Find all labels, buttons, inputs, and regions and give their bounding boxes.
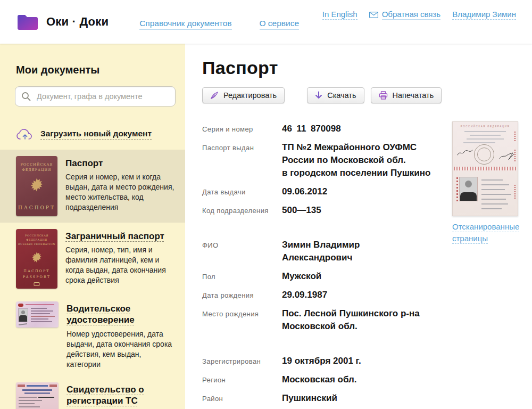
header: Оки · Доки Справочник документов О серви… xyxy=(0,0,532,44)
vehicle-registration-thumbnail xyxy=(16,382,59,409)
sidebar: Мои документы Загрузить новый документ Р… xyxy=(0,44,185,409)
drivers-license-thumbnail xyxy=(16,301,59,370)
download-button[interactable]: Скачать xyxy=(307,87,364,103)
printer-icon xyxy=(379,91,388,100)
search-icon xyxy=(21,92,31,101)
signature-mark xyxy=(457,149,473,157)
document-list: РОССИЙСКАЯФЕДЕРАЦИЯПАСПОРТПаспортСерия и… xyxy=(0,150,185,409)
document-description: Серия, номер, тип, имя и фамилия латиниц… xyxy=(65,245,177,285)
field-value: 19 октября 2001 г. xyxy=(282,355,361,367)
field-value: 29.09.1987 xyxy=(282,289,327,301)
feedback-link[interactable]: Обратная связь xyxy=(369,10,441,20)
folder-logo-icon xyxy=(16,12,39,31)
document-title-link[interactable]: Свидетельство о регистрации ТС xyxy=(66,385,144,406)
field-row: Дата рождения29.09.1987 xyxy=(202,289,532,301)
language-switch-link[interactable]: In English xyxy=(322,10,358,20)
field-group: Зарегистрирован19 октября 2001 г.РегионМ… xyxy=(202,355,532,409)
field-value: Московская обл. xyxy=(282,373,357,386)
sidebar-document-item[interactable]: Свидетельство о регистрации ТССерия и но… xyxy=(0,376,185,409)
nav-about-service[interactable]: О сервисе xyxy=(260,19,300,30)
field-value: Пос. Лесной Пушкинского р-на Московской … xyxy=(282,307,420,333)
search-input[interactable] xyxy=(15,86,176,107)
intl-passport-cover-thumbnail: РОССИЙСКАЯ ФЕДЕРАЦИЯRUSSIAN FEDERATIONПА… xyxy=(16,229,57,289)
field-label: Код подразделения xyxy=(202,204,282,217)
user-menu-link[interactable]: Владимир Зимин xyxy=(452,10,516,20)
field-group: ФИОЗимин Владимир АлександровичПолМужско… xyxy=(202,239,532,333)
field-value: Мужской xyxy=(282,270,321,283)
field-label: Зарегистрирован xyxy=(202,355,282,367)
field-label: Серия и номер xyxy=(202,122,282,135)
main-nav: Справочник документов О сервисе xyxy=(139,19,299,30)
field-value: 09.06.2012 xyxy=(282,185,327,198)
document-description: Номер удостоверения, дата выдачи, дата о… xyxy=(66,329,177,370)
field-row: ПолМужской xyxy=(202,270,532,283)
envelope-icon xyxy=(369,12,378,18)
field-label: Регион xyxy=(202,373,282,386)
main-content: Паспорт Редактировать Скачать xyxy=(185,44,532,409)
field-label: Район xyxy=(202,392,282,405)
field-row: Зарегистрирован19 октября 2001 г. xyxy=(202,355,532,367)
sidebar-document-item[interactable]: РОССИЙСКАЯ ФЕДЕРАЦИЯRUSSIAN FEDERATIONПА… xyxy=(0,223,185,295)
user-nav: In English Обратная связь Владимир Зимин xyxy=(322,10,516,20)
field-label: Дата рождения xyxy=(202,289,282,301)
upload-document-link[interactable]: Загрузить новый документ xyxy=(16,128,169,141)
field-value: ТП №2 Межрайонного ОУФМС России по Моско… xyxy=(282,141,430,179)
field-label: Паспорт выдан xyxy=(202,141,282,179)
edit-button[interactable]: Редактировать xyxy=(202,87,285,103)
nav-document-directory[interactable]: Справочник документов xyxy=(139,19,231,30)
field-row: Место рожденияПос. Лесной Пушкинского р-… xyxy=(202,307,532,333)
toolbar: Редактировать Скачать На xyxy=(202,87,532,103)
field-value: Пушкинский xyxy=(282,392,337,405)
download-arrow-icon xyxy=(315,91,322,100)
field-label: ФИО xyxy=(202,239,282,264)
document-title-link[interactable]: Паспорт xyxy=(65,158,103,168)
scan-panel: РОССИЙСКАЯ ФЕДЕРАЦИЯ Отсканированные ст xyxy=(452,121,518,244)
field-value: Зимин Владимир Александрович xyxy=(282,239,360,264)
sidebar-title: Мои документы xyxy=(16,64,169,76)
field-label: Пол xyxy=(202,270,282,283)
field-value: 500—135 xyxy=(282,204,321,217)
passport-cover-thumbnail: РОССИЙСКАЯФЕДЕРАЦИЯПАСПОРТ xyxy=(16,156,57,216)
document-title-link[interactable]: Заграничный паспорт xyxy=(65,231,164,241)
cloud-upload-icon xyxy=(16,128,34,141)
page-title: Паспорт xyxy=(202,58,532,78)
field-row: РайонПушкинский xyxy=(202,392,532,405)
document-description: Серия и номер, кем и когда выдан, дата и… xyxy=(65,172,177,212)
pen-icon xyxy=(210,91,219,100)
field-value: 46 11 870098 xyxy=(282,122,341,135)
document-title-link[interactable]: Водительское удостоверение xyxy=(66,304,135,325)
sidebar-document-item[interactable]: РОССИЙСКАЯФЕДЕРАЦИЯПАСПОРТПаспортСерия и… xyxy=(0,150,185,223)
official-seal-mark xyxy=(474,144,494,165)
print-button[interactable]: Напечатать xyxy=(371,87,442,103)
field-row: РегионМосковская обл. xyxy=(202,373,532,386)
logo[interactable]: Оки · Доки xyxy=(16,12,109,31)
brand-name: Оки · Доки xyxy=(46,15,109,29)
signature-mark xyxy=(498,152,516,160)
passport-scan-thumbnail[interactable]: РОССИЙСКАЯ ФЕДЕРАЦИЯ xyxy=(452,121,518,216)
search-box xyxy=(15,86,176,107)
field-label: Место рождения xyxy=(202,307,282,333)
sidebar-document-item[interactable]: Водительское удостоверениеНомер удостове… xyxy=(0,295,185,376)
page: Оки · Доки Справочник документов О серви… xyxy=(0,0,532,409)
scanned-pages-link[interactable]: Отсканированные страницы xyxy=(452,221,519,244)
field-label: Дата выдачи xyxy=(202,185,282,198)
scan-page-header-text: РОССИЙСКАЯ ФЕДЕРАЦИЯ xyxy=(453,125,518,128)
upload-document-label: Загрузить новый документ xyxy=(40,129,152,140)
